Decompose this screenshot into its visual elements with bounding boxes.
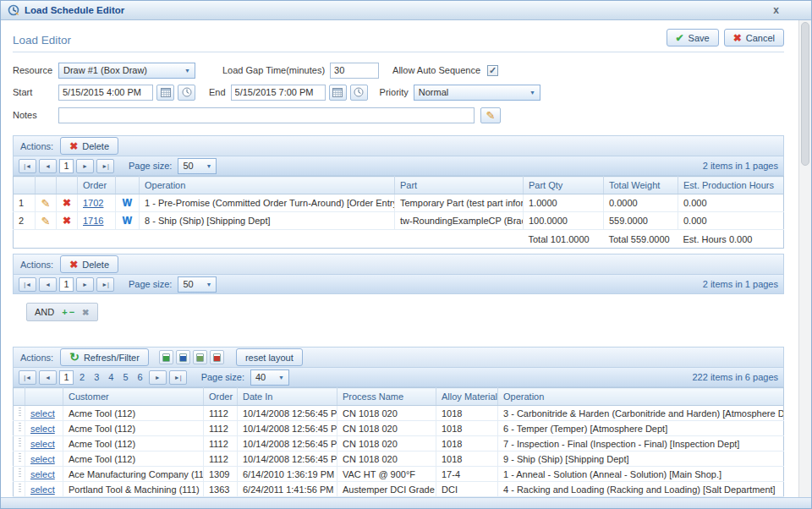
delete-row-button[interactable]: ✖ xyxy=(63,197,71,209)
pager-next-button[interactable]: ► xyxy=(76,277,94,292)
priority-select[interactable]: Normal▼ xyxy=(414,85,540,101)
row-drag-handle-icon[interactable] xyxy=(19,423,21,432)
load-schedule-editor-window: Load Schedule Editor x Load Editor ✔Save… xyxy=(0,0,812,509)
add-filter-icon[interactable]: + xyxy=(62,307,67,317)
select-link[interactable]: select xyxy=(30,454,55,464)
pager-next-button[interactable]: ► xyxy=(76,159,94,173)
select-link[interactable]: select xyxy=(30,484,55,495)
est-hours-total: Est. Hours 0.000 xyxy=(678,230,784,249)
end-datetime-input[interactable] xyxy=(231,85,326,101)
pager-first-button[interactable]: |◄ xyxy=(19,159,36,173)
pager-prev-button[interactable]: ◄ xyxy=(39,277,57,292)
refresh-filter-button[interactable]: ↻Refresh/Filter xyxy=(60,348,149,366)
pager-page-4[interactable]: 4 xyxy=(105,372,117,382)
pager-last-button[interactable]: ►| xyxy=(96,277,114,292)
page-size-select[interactable]: 50▼ xyxy=(178,276,217,293)
export-csv-button[interactable] xyxy=(193,350,207,364)
clock-icon xyxy=(354,87,364,97)
auto-sequence-checkbox[interactable]: ✓ xyxy=(487,65,498,76)
export-pdf-button[interactable] xyxy=(210,350,224,364)
date-in-cell: 10/14/2008 12:56:45 PM xyxy=(238,452,337,467)
load-gap-input[interactable] xyxy=(330,63,379,79)
page-size-select[interactable]: 50▼ xyxy=(178,158,217,174)
row-drag-handle-icon[interactable] xyxy=(19,438,21,447)
scrollbar-thumb[interactable] xyxy=(801,22,809,166)
load-row: 2 ✎ ✖ 1716 W 8 - Ship (Ship) [Shipping D… xyxy=(14,212,784,230)
pager-page-button[interactable]: 1 xyxy=(59,277,74,292)
excel-icon xyxy=(162,353,170,362)
operation-row: select Acme Tool (112) 1112 10/14/2008 1… xyxy=(14,421,784,436)
pager-last-button[interactable]: ►| xyxy=(96,159,114,173)
cancel-button[interactable]: ✖Cancel xyxy=(724,29,784,47)
process-cell: CN 1018 020 xyxy=(337,406,436,421)
pager-next-button[interactable]: ► xyxy=(149,370,167,385)
pager-first-button[interactable]: |◄ xyxy=(19,277,36,292)
load-gap-label: Load Gap Time(minutes) xyxy=(222,65,325,75)
part-qty-cell: 1.0000 xyxy=(524,194,604,212)
column-header-customer: Customer xyxy=(63,388,204,406)
resource-select[interactable]: Draw #1 (Box Draw)▼ xyxy=(58,63,195,79)
order-link[interactable]: 1716 xyxy=(83,216,103,226)
select-link[interactable]: select xyxy=(30,469,55,479)
start-datetime-input[interactable] xyxy=(58,85,153,101)
notes-input[interactable] xyxy=(58,107,475,123)
delete-row-button[interactable]: ✖ xyxy=(63,215,71,227)
notes-edit-button[interactable]: ✎ xyxy=(480,107,501,123)
row-drag-handle-icon[interactable] xyxy=(19,468,21,478)
order-workflow-icon[interactable]: W xyxy=(123,197,132,209)
calendar-icon xyxy=(332,88,343,97)
start-time-button[interactable] xyxy=(178,85,195,101)
pager-last-button[interactable]: ►| xyxy=(169,370,187,385)
remove-filter-icon[interactable]: ✖ xyxy=(82,308,89,317)
order-link[interactable]: 1702 xyxy=(83,198,103,208)
pager-prev-button[interactable]: ◄ xyxy=(39,370,57,385)
select-link[interactable]: select xyxy=(30,408,55,419)
operation-row: select Acme Tool (112) 1112 10/14/2008 1… xyxy=(14,406,784,421)
operation-row: select Acme Tool (112) 1112 10/14/2008 1… xyxy=(14,452,784,467)
order-workflow-icon[interactable]: W xyxy=(123,215,132,227)
page-size-select[interactable]: 40▼ xyxy=(250,369,289,386)
refresh-icon: ↻ xyxy=(69,353,80,362)
pager-prev-button[interactable]: ◄ xyxy=(39,159,57,173)
row-drag-handle-icon[interactable] xyxy=(19,408,21,417)
column-header-part: Part xyxy=(395,177,524,194)
vertical-scrollbar[interactable] xyxy=(798,20,811,497)
total-weight-cell: 0.0000 xyxy=(604,194,678,212)
close-button[interactable]: x xyxy=(773,4,779,16)
export-excel-button[interactable] xyxy=(159,350,173,364)
check-icon: ✔ xyxy=(676,32,684,44)
notes-label: Notes xyxy=(13,110,58,120)
delete-filter-button[interactable]: ✖Delete xyxy=(60,255,118,273)
remove-condition-icon[interactable]: − xyxy=(69,307,74,317)
calendar-icon xyxy=(161,88,171,97)
filter-and-chip[interactable]: AND + − ✖ xyxy=(26,303,98,321)
pager-first-button[interactable]: |◄ xyxy=(19,370,36,385)
pager-page-3[interactable]: 3 xyxy=(91,372,102,382)
start-calendar-button[interactable] xyxy=(156,85,174,101)
column-header-total-weight: Total Weight xyxy=(604,177,678,194)
row-drag-handle-icon[interactable] xyxy=(19,484,21,493)
pager-page-button[interactable]: 1 xyxy=(59,159,74,173)
export-word-button[interactable] xyxy=(176,350,190,364)
delete-loads-button[interactable]: ✖Delete xyxy=(60,137,118,155)
customer-cell: Acme Tool (112) xyxy=(63,436,204,452)
process-cell: CN 1018 020 xyxy=(337,421,436,436)
pager-page-1[interactable]: 1 xyxy=(59,370,74,385)
customer-cell: Ace Manufacturing Company (110) xyxy=(63,467,204,482)
pager-page-5[interactable]: 5 xyxy=(119,372,131,382)
pager-page-6[interactable]: 6 xyxy=(134,372,146,382)
x-icon: ✖ xyxy=(69,259,78,271)
row-drag-handle-icon[interactable] xyxy=(19,453,21,462)
select-link[interactable]: select xyxy=(30,424,55,434)
edit-row-button[interactable]: ✎ xyxy=(41,215,51,227)
save-button[interactable]: ✔Save xyxy=(667,29,719,47)
reset-layout-button[interactable]: reset layout xyxy=(236,348,303,366)
app-icon xyxy=(8,4,19,16)
actions-label: Actions: xyxy=(20,141,53,151)
select-link[interactable]: select xyxy=(30,439,55,449)
end-calendar-button[interactable] xyxy=(329,85,347,101)
pager-page-2[interactable]: 2 xyxy=(76,372,88,382)
order-cell: 1112 xyxy=(204,452,238,467)
end-time-button[interactable] xyxy=(350,85,368,101)
edit-row-button[interactable]: ✎ xyxy=(41,197,51,210)
